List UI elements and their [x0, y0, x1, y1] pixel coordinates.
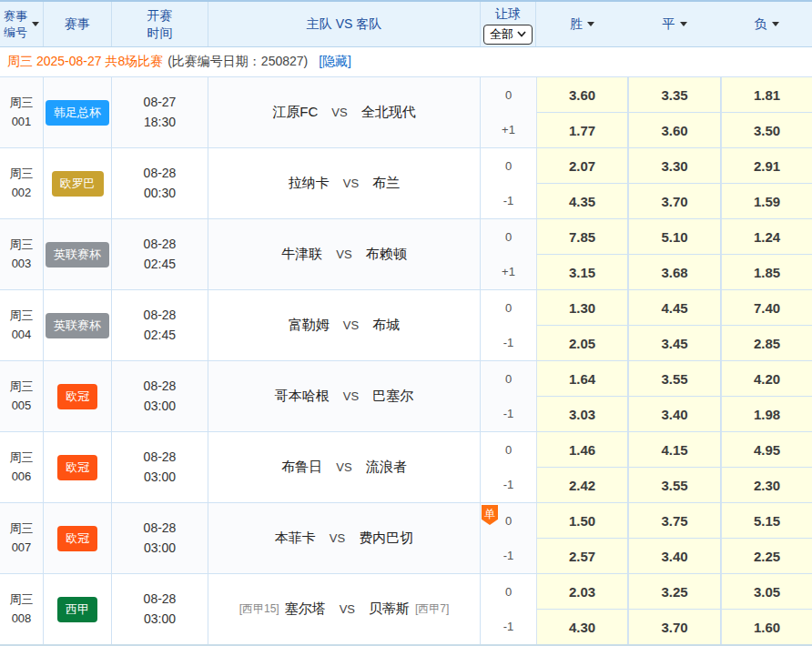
odds-table: 赛事 编号 赛事 开赛 时间 主队 VS 客队 让球 全部 胜 平 负	[0, 0, 812, 646]
lose-odds-line1[interactable]: 1.24	[721, 219, 812, 255]
kickoff-time: 03:00	[144, 610, 176, 630]
kickoff-date: 08-28	[144, 377, 177, 397]
draw-odds-line2[interactable]: 3.60	[628, 113, 720, 147]
col-header-match-no[interactable]: 赛事 编号	[0, 2, 44, 46]
lose-odds-line1[interactable]: 1.81	[721, 77, 812, 113]
lose-odds-line2[interactable]: 2.30	[721, 468, 812, 502]
draw-odds-line2[interactable]: 3.45	[628, 326, 720, 360]
kickoff-date: 08-28	[144, 306, 177, 326]
win-odds-line2[interactable]: 2.42	[536, 468, 627, 502]
col-header-competition: 赛事	[44, 2, 112, 46]
match-row: 周三 005 欧冠 08-28 03:00 哥本哈根 VS 巴塞尔 0 -1 1…	[0, 361, 812, 432]
vs-label: VS	[343, 318, 359, 332]
league-badge: 欧罗巴	[52, 171, 104, 197]
col-header-handicap: 让球 全部	[481, 2, 536, 46]
col-header-time: 开赛 时间	[112, 2, 208, 46]
vs-label: VS	[336, 247, 351, 261]
match-number: 005	[12, 397, 32, 416]
vs-label: VS	[343, 177, 359, 190]
win-odds-line1[interactable]: 1.46	[536, 432, 627, 468]
match-weekday: 周三	[10, 307, 34, 326]
vs-label: VS	[330, 531, 345, 545]
league-badge: 欧冠	[57, 384, 97, 409]
win-odds-line1[interactable]: 1.30	[536, 290, 627, 326]
away-team: 布兰	[372, 175, 400, 192]
lose-odds-line2[interactable]: 1.60	[721, 610, 812, 644]
match-weekday: 周三	[10, 94, 34, 113]
hide-link[interactable]: [隐藏]	[319, 54, 351, 70]
league-cell: 韩足总杯	[44, 77, 112, 147]
win-odds-line2[interactable]: 3.15	[536, 255, 627, 289]
draw-odds-line2[interactable]: 3.70	[628, 184, 720, 218]
lose-odds-line2[interactable]: 2.85	[721, 326, 812, 360]
lose-odds-line1[interactable]: 4.95	[721, 432, 812, 468]
match-number: 001	[12, 113, 32, 132]
lose-odds-col: 5.15 2.25	[721, 503, 812, 573]
away-team: 巴塞尔	[372, 388, 413, 405]
away-team: 布赖顿	[366, 246, 407, 263]
win-odds-line1[interactable]: 1.64	[536, 361, 627, 397]
lose-odds-col: 4.20 1.98	[721, 361, 812, 431]
lose-odds-line2[interactable]: 3.50	[721, 113, 812, 147]
draw-odds-line2[interactable]: 3.40	[628, 539, 720, 573]
home-team: 江原FC	[272, 104, 318, 121]
draw-odds-col: 3.30 3.70	[628, 148, 721, 218]
lose-odds-col: 1.24 1.85	[721, 219, 812, 289]
col-header-win[interactable]: 胜	[536, 2, 628, 46]
handicap-cell: 0 -1	[481, 148, 536, 218]
match-number: 002	[12, 184, 32, 203]
kickoff-date: 08-28	[144, 164, 177, 184]
match-number: 006	[12, 468, 32, 487]
draw-odds-line1[interactable]: 4.15	[628, 432, 720, 468]
draw-odds-line1[interactable]: 3.30	[628, 148, 720, 184]
handicap-filter-select[interactable]: 全部	[483, 25, 533, 45]
win-odds-line2[interactable]: 3.03	[536, 397, 627, 431]
handicap-filter-value: 全部	[490, 26, 513, 43]
win-odds-line1[interactable]: 1.50	[536, 503, 627, 539]
col-header-draw[interactable]: 平	[628, 2, 721, 46]
lose-odds-line1[interactable]: 4.20	[721, 361, 812, 397]
draw-odds-line2[interactable]: 3.55	[628, 468, 720, 502]
draw-odds-line1[interactable]: 3.55	[628, 361, 720, 397]
handicap-cell: 单 0 -1	[481, 503, 536, 573]
win-odds-line2[interactable]: 2.05	[536, 326, 627, 360]
win-odds-line1[interactable]: 7.85	[536, 219, 627, 255]
match-number: 008	[12, 610, 32, 629]
league-badge: 欧冠	[57, 455, 97, 480]
lose-odds-line2[interactable]: 1.59	[721, 184, 812, 218]
draw-odds-line2[interactable]: 3.70	[628, 610, 720, 644]
home-team: 塞尔塔	[285, 601, 326, 618]
match-weekday: 周三	[10, 236, 34, 255]
kickoff-time: 02:45	[144, 326, 176, 346]
lose-odds-line2[interactable]: 1.98	[721, 397, 812, 431]
kickoff-cell: 08-27 18:30	[112, 77, 208, 147]
vs-label: VS	[343, 389, 359, 403]
lose-odds-line1[interactable]: 7.40	[721, 290, 812, 326]
kickoff-date: 08-28	[144, 519, 177, 539]
win-odds-line2[interactable]: 2.57	[536, 539, 627, 573]
lose-odds-line1[interactable]: 2.91	[721, 148, 812, 184]
draw-odds-line2[interactable]: 3.68	[628, 255, 720, 289]
vs-label: VS	[331, 106, 347, 119]
win-odds-line2[interactable]: 4.30	[536, 610, 627, 644]
draw-odds-line1[interactable]: 3.35	[628, 77, 720, 113]
lose-odds-line1[interactable]: 3.05	[721, 574, 812, 610]
win-odds-col: 1.50 2.57	[536, 503, 628, 573]
lose-odds-line2[interactable]: 1.85	[721, 255, 812, 289]
draw-odds-line1[interactable]: 4.45	[628, 290, 720, 326]
teams-cell: [西甲15] 塞尔塔 VS 贝蒂斯 [西甲7]	[208, 574, 481, 644]
draw-odds-line1[interactable]: 5.10	[628, 219, 720, 255]
draw-odds-line2[interactable]: 3.40	[628, 397, 720, 431]
win-odds-line1[interactable]: 2.03	[536, 574, 627, 610]
league-cell: 欧冠	[44, 361, 112, 431]
win-odds-line2[interactable]: 4.35	[536, 184, 627, 218]
win-odds-line1[interactable]: 3.60	[536, 77, 627, 113]
draw-odds-line1[interactable]: 3.25	[628, 574, 720, 610]
col-header-lose[interactable]: 负	[721, 2, 812, 46]
win-odds-line1[interactable]: 2.07	[536, 148, 627, 184]
win-odds-line2[interactable]: 1.77	[536, 113, 627, 147]
teams-cell: 江原FC VS 全北现代	[208, 77, 481, 147]
lose-odds-line1[interactable]: 5.15	[721, 503, 812, 539]
lose-odds-line2[interactable]: 2.25	[721, 539, 812, 573]
draw-odds-line1[interactable]: 3.75	[628, 503, 720, 539]
